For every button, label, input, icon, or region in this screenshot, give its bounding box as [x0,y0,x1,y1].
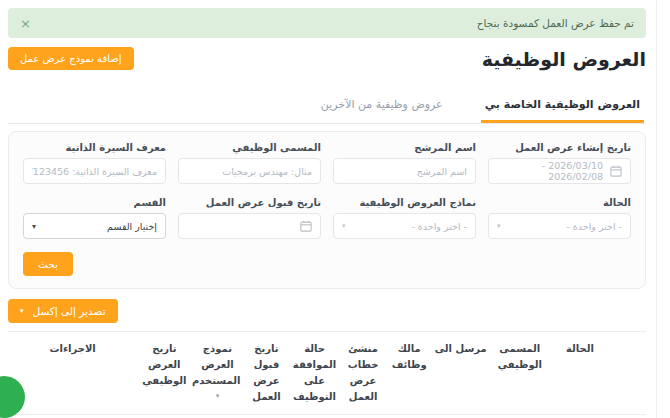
chevron-down-icon: ▾ [342,222,346,230]
status-select-value: - اختر واحدة - [566,221,622,232]
tab-my-job-offers[interactable]: العروض الوظيفية الخاصة بي [481,98,644,123]
header-actions: الاجراءات [8,332,137,415]
chevron-down-icon: ▾ [497,222,501,230]
header-sent-to: مرسل الى [432,332,490,415]
chevron-down-icon: ▾ [20,307,24,315]
table-row: مسودة Network Eng Aya Barjawi Haya Al-Zo… [8,415,646,418]
header-used-template[interactable]: نموذج العرض المستخدم ▾ [191,332,243,415]
header-checkbox [610,332,646,415]
tab-others-job-offers[interactable]: عروض وظيفية من الآخرين [317,98,447,123]
offer-acceptance-date-input[interactable] [178,213,321,239]
field-label: تاريخ قبول عرض العمل [178,197,321,208]
field-label: اسم المرشح [333,142,476,153]
department-select-value: إختيار القسم [107,221,157,232]
sort-icon: ▾ [194,391,240,402]
candidate-name-input[interactable] [333,158,476,184]
field-job-title: المسمى الوظيفي [178,142,321,184]
field-offer-creation-date: تاريخ إنشاء عرض العمل 2026/03/10 - 2026/… [488,142,631,184]
tabs-bar: العروض الوظيفية الخاصة بي عروض وظيفية من… [8,98,646,124]
offer-creator-cell: Haya Al-Zou'bi [340,415,387,418]
offer-templates-select[interactable]: - اختر واحدة - ▾ [333,213,476,239]
close-icon[interactable]: × [20,17,31,30]
field-offer-templates: نماذج العروض الوظيفية - اختر واحدة - ▾ [333,197,476,239]
field-label: القسم [23,197,166,208]
export-to-excel-button[interactable]: تصدير إلى إكسل ▾ [8,299,118,323]
header-offer-date: تاريخ العرض الوظيفي [137,332,191,415]
used-template-cell: Offer Letter (Default) [191,415,243,418]
field-cv-id: معرف السيرة الذاتية [23,142,166,184]
field-candidate-name: اسم المرشح [333,142,476,184]
content-panel: تم حفظ عرض العمل كمسودة بنجاح × العروض ا… [0,0,657,418]
field-label: معرف السيرة الذاتية [23,142,166,153]
export-label: تصدير إلى إكسل [33,305,106,317]
cv-id-input[interactable] [23,158,166,184]
header-jobs-owner: مالك وظائف [387,332,432,415]
offer-templates-select-value: - اختر واحدة - [411,221,467,232]
toast-message: تم حفظ عرض العمل كمسودة بنجاح [477,17,634,29]
search-button[interactable]: بحث [23,252,73,276]
date-range-value: 2026/03/10 - 2026/02/08 [497,160,603,182]
field-offer-acceptance-date: تاريخ قبول عرض العمل [178,197,321,239]
header-offer-creator: منشئ خطاب عرض العمل [340,332,387,415]
job-title-input[interactable] [178,158,321,184]
header-status: الحالة [550,332,610,415]
table-header-row: الحالة المسمى الوظيفي مرسل الى مالك وظائ… [8,332,646,415]
acceptance-date-cell: - [243,415,289,418]
offer-creation-date-input[interactable]: 2026/03/10 - 2026/02/08 [488,158,631,184]
offers-table: الحالة المسمى الوظيفي مرسل الى مالك وظائ… [8,331,646,418]
page-header: العروض الوظيفية إضافة نموذج عرض عمل [8,47,646,70]
calendar-icon [610,165,622,177]
header-job-title: المسمى الوظيفي [490,332,550,415]
calendar-icon [300,220,312,232]
field-department: القسم إختيار القسم ▾ [23,197,166,239]
success-toast: تم حفظ عرض العمل كمسودة بنجاح × [8,8,646,38]
field-label: المسمى الوظيفي [178,142,321,153]
field-label: تاريخ إنشاء عرض العمل [488,142,631,153]
field-label: نماذج العروض الوظيفية [333,197,476,208]
header-approval-status: حالة الموافقة على التوظيف [289,332,339,415]
page-title: العروض الوظيفية [482,48,646,70]
department-select[interactable]: إختيار القسم ▾ [23,213,166,239]
chevron-down-icon: ▾ [32,222,36,231]
header-acceptance-date: تاريخ قبول عرض العمل [243,332,289,415]
offer-date-cell: 2026-03-10 [137,415,191,418]
approval-status-cell: - [289,415,339,418]
filters-panel: تاريخ إنشاء عرض العمل 2026/03/10 - 2026/… [8,131,646,289]
jobs-owner-cell: Haya Al-Zou'bi [387,415,432,418]
status-select[interactable]: - اختر واحدة - ▾ [488,213,631,239]
field-status: الحالة - اختر واحدة - ▾ [488,197,631,239]
add-offer-template-button[interactable]: إضافة نموذج عرض عمل [8,47,134,70]
field-label: الحالة [488,197,631,208]
